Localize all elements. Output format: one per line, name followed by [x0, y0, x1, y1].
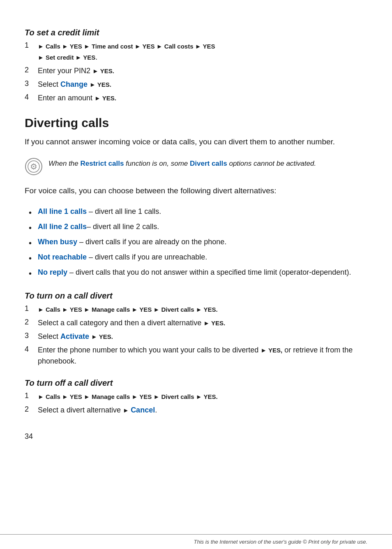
- diverting-calls-heading: Diverting calls: [25, 116, 367, 130]
- turn-on-steps: 1 ► Calls ► YES ► Manage calls ► YES ► D…: [25, 304, 367, 367]
- turn-on-step-4: 4 Enter the phone number to which you wa…: [25, 345, 367, 367]
- note-icon: ⚙: [25, 158, 43, 176]
- credit-step-1: 1 ► Calls ► YES ► Time and cost ► YES ► …: [25, 41, 367, 63]
- step-content: Select Change ► YES.: [38, 79, 367, 90]
- bullet-when-busy: • When busy – divert calls if you are al…: [29, 236, 367, 249]
- bullet-no-reply: • No reply – divert calls that you do no…: [29, 267, 367, 280]
- credit-step-2: 2 Enter your PIN2 ► YES.: [25, 65, 367, 76]
- step-number: 3: [25, 79, 38, 88]
- turn-off-step-2: 2 Select a divert alternative ► Cancel.: [25, 405, 367, 416]
- footer-note: This is the Internet version of the user…: [194, 539, 368, 545]
- credit-step-3: 3 Select Change ► YES.: [25, 79, 367, 90]
- credit-limit-section: To set a credit limit 1 ► Calls ► YES ► …: [25, 28, 367, 104]
- credit-steps-list: 1 ► Calls ► YES ► Time and cost ► YES ► …: [25, 41, 367, 104]
- bullet-not-reachable: • Not reachable – divert calls if you ar…: [29, 252, 367, 264]
- turn-on-section: To turn on a call divert 1 ► Calls ► YES…: [25, 291, 367, 367]
- turn-off-steps: 1 ► Calls ► YES ► Manage calls ► YES ► D…: [25, 391, 367, 416]
- bullet-all-line2: • All line 2 calls– divert all line 2 ca…: [29, 221, 367, 234]
- turn-on-step-1: 1 ► Calls ► YES ► Manage calls ► YES ► D…: [25, 304, 367, 315]
- turn-on-step-3: 3 Select Activate ► YES.: [25, 331, 367, 342]
- step-number: 2: [25, 65, 38, 74]
- credit-limit-title: To set a credit limit: [25, 28, 367, 37]
- diverting-calls-section: Diverting calls If you cannot answer inc…: [25, 116, 367, 280]
- page-number: 34: [25, 424, 367, 441]
- step-content: ► Calls ► YES ► Time and cost ► YES ► Ca…: [38, 41, 367, 63]
- turn-off-section: To turn off a call divert 1 ► Calls ► YE…: [25, 378, 367, 416]
- turn-on-title: To turn on a call divert: [25, 291, 367, 301]
- bullet-all-line1: • All line 1 calls – divert all line 1 c…: [29, 206, 367, 219]
- turn-on-step-2: 2 Select a call category and then a dive…: [25, 317, 367, 329]
- step-number: 1: [25, 41, 38, 50]
- credit-step-4: 4 Enter an amount ► YES.: [25, 93, 367, 104]
- diverting-intro: If you cannot answer incoming voice or d…: [25, 136, 367, 148]
- turn-off-step-1: 1 ► Calls ► YES ► Manage calls ► YES ► D…: [25, 391, 367, 402]
- turn-off-title: To turn off a call divert: [25, 378, 367, 388]
- page-footer: This is the Internet version of the user…: [0, 534, 392, 549]
- note-box: ⚙ When the Restrict calls function is on…: [25, 157, 367, 176]
- step-content: Enter your PIN2 ► YES.: [38, 65, 367, 76]
- note-text: When the Restrict calls function is on, …: [48, 157, 316, 169]
- step-content: Enter an amount ► YES.: [38, 93, 367, 104]
- divert-bullet-list: • All line 1 calls – divert all line 1 c…: [29, 206, 367, 280]
- step-number: 4: [25, 93, 38, 102]
- for-voice-text: For voice calls, you can choose between …: [25, 185, 367, 197]
- svg-text:⚙: ⚙: [30, 162, 37, 171]
